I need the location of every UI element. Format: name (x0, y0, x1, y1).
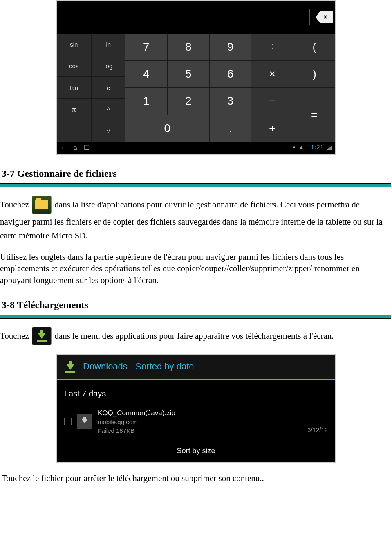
section-3-8-p1: Touchez dans le menu des applications po… (0, 328, 390, 346)
key-log[interactable]: log (92, 55, 126, 76)
downloads-section-label: Last 7 days (57, 380, 335, 405)
key-pi[interactable]: π (57, 99, 91, 120)
downloads-screenshot: Downloads - Sorted by date Last 7 days K… (56, 354, 336, 463)
key-6[interactable]: 6 (210, 61, 251, 87)
key-3[interactable]: 3 (210, 88, 251, 115)
calculator-screenshot: × sin ln cos log tan e π ^ ! √ 7 8 9 ÷ (… (56, 0, 336, 155)
section-divider (0, 315, 391, 319)
key-1[interactable]: 1 (125, 88, 167, 115)
text-touchez: Touchez (0, 200, 31, 209)
download-arrow-icon (38, 333, 46, 339)
key-2[interactable]: 2 (168, 88, 209, 115)
key-sqrt[interactable]: √ (92, 120, 126, 142)
text-p1b: dans le menu des applications pour faire… (54, 331, 334, 341)
key-plus[interactable]: + (251, 115, 293, 142)
home-icon[interactable]: ⌂ (73, 143, 77, 152)
download-meta: KQQ_Common(Java).zip mobile.qq.com Faile… (98, 408, 302, 435)
section-3-7-p1: Touchez dans la liste d'applications pou… (0, 196, 390, 243)
downloads-header: Downloads - Sorted by date (57, 355, 335, 380)
delete-separator (309, 9, 310, 25)
key-dot[interactable]: . (210, 115, 251, 142)
key-minus[interactable]: − (251, 88, 293, 115)
section-3-7-p2: Utilisez les onglets dans la partie supé… (0, 251, 390, 286)
key-5[interactable]: 5 (168, 61, 209, 87)
backspace-icon[interactable]: × (316, 11, 333, 23)
key-cos[interactable]: cos (57, 55, 91, 76)
key-pow[interactable]: ^ (92, 99, 126, 120)
key-7[interactable]: 7 (125, 34, 167, 60)
file-manager-icon (32, 196, 52, 214)
key-tan[interactable]: tan (57, 77, 91, 98)
key-4[interactable]: 4 (125, 61, 167, 87)
downloads-header-title: Downloads - Sorted by date (83, 360, 194, 373)
section-divider (0, 183, 391, 187)
back-icon[interactable]: ← (60, 143, 67, 152)
android-navbar: ← ⌂ ☐ • ▲ 11:21 (57, 142, 335, 154)
key-eq[interactable]: = (293, 88, 335, 142)
download-source: mobile.qq.com (98, 418, 302, 426)
heading-3-8: 3-8 Téléchargements (2, 298, 392, 312)
downloads-header-icon (63, 360, 77, 374)
status-dot-icon: • (293, 144, 295, 152)
status-time: 11:21 (307, 144, 324, 152)
heading-3-7: 3-7 Gestionnaire de fichiers (2, 167, 392, 181)
text-touchez: Touchez (0, 331, 31, 341)
key-9[interactable]: 9 (210, 34, 251, 60)
calculator-display-bar: × (57, 1, 335, 34)
download-checkbox[interactable] (64, 418, 72, 425)
download-item-row[interactable]: KQQ_Common(Java).zip mobile.qq.com Faile… (57, 405, 335, 441)
calculator-delete-area[interactable]: × (309, 5, 333, 29)
downloads-app-icon (32, 327, 52, 345)
download-filename: KQQ_Common(Java).zip (98, 408, 302, 418)
key-lparen[interactable]: ( (293, 34, 335, 60)
key-0[interactable]: 0 (125, 115, 209, 142)
download-date: 3/12/12 (307, 425, 328, 435)
navbar-right: • ▲ 11:21 (293, 144, 332, 152)
key-mul[interactable]: × (251, 61, 293, 87)
calculator-sci-column: sin ln cos log tan e π ^ ! √ (57, 34, 125, 142)
folder-icon-shape (35, 200, 48, 209)
key-ln[interactable]: ln (92, 34, 126, 55)
navbar-left: ← ⌂ ☐ (60, 143, 90, 152)
recent-icon[interactable]: ☐ (84, 143, 90, 152)
section-3-8-p2: Touchez le fichier pour arrêter le téléc… (2, 472, 390, 484)
key-e[interactable]: e (92, 77, 126, 98)
key-div[interactable]: ÷ (251, 34, 293, 60)
download-status: Failed 187KB (98, 426, 302, 435)
key-fact[interactable]: ! (57, 120, 91, 142)
downloads-sort-button[interactable]: Sort by size (57, 440, 335, 462)
download-file-icon (77, 414, 92, 429)
download-arrow-icon (66, 364, 74, 370)
key-sin[interactable]: sin (57, 34, 91, 55)
calculator-num-grid: 7 8 9 ÷ ( 4 5 6 × ) 1 2 3 − = 0 . + (125, 34, 335, 142)
calculator-keypad: sin ln cos log tan e π ^ ! √ 7 8 9 ÷ ( 4… (57, 34, 335, 142)
download-arrow-icon (82, 419, 87, 423)
section-3-8: 3-8 Téléchargements Touchez dans le menu… (0, 298, 392, 485)
text-p1b: dans la liste d'applications pour ouvrir… (0, 200, 383, 241)
key-rparen[interactable]: ) (293, 61, 335, 87)
wifi-icon (327, 146, 332, 150)
warning-icon: ▲ (298, 144, 304, 152)
section-3-7: 3-7 Gestionnaire de fichiers Touchez dan… (0, 167, 392, 286)
key-8[interactable]: 8 (168, 34, 209, 60)
